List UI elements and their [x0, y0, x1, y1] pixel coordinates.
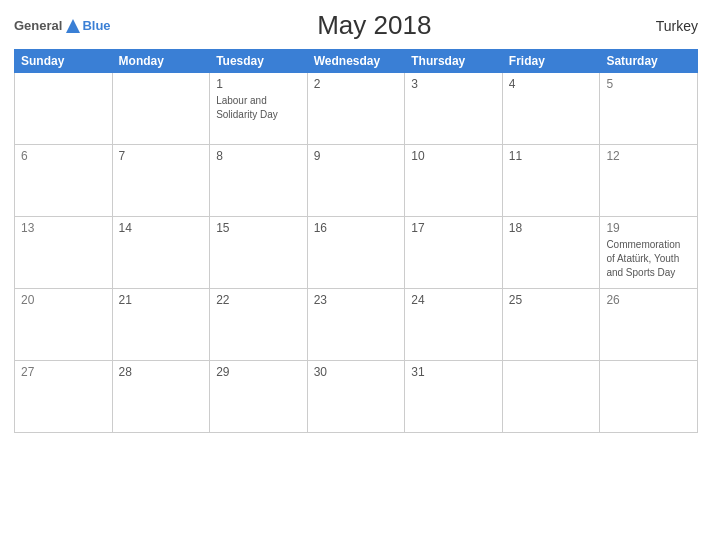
svg-marker-0: [66, 19, 80, 33]
day-number: 16: [314, 221, 399, 235]
table-row: 29: [210, 361, 308, 433]
table-row: 28: [112, 361, 210, 433]
table-row: [502, 361, 600, 433]
table-row: 8: [210, 145, 308, 217]
table-row: 4: [502, 73, 600, 145]
table-row: 14: [112, 217, 210, 289]
day-number: 3: [411, 77, 496, 91]
table-row: 15: [210, 217, 308, 289]
calendar-week-row: 6789101112: [15, 145, 698, 217]
day-number: 17: [411, 221, 496, 235]
day-number: 7: [119, 149, 204, 163]
day-number: 29: [216, 365, 301, 379]
calendar-header-row: Sunday Monday Tuesday Wednesday Thursday…: [15, 50, 698, 73]
day-number: 2: [314, 77, 399, 91]
month-title: May 2018: [111, 10, 638, 41]
col-monday: Monday: [112, 50, 210, 73]
table-row: 18: [502, 217, 600, 289]
day-number: 31: [411, 365, 496, 379]
calendar-week-row: 2728293031: [15, 361, 698, 433]
day-number: 8: [216, 149, 301, 163]
day-number: 27: [21, 365, 106, 379]
day-number: 6: [21, 149, 106, 163]
day-number: 30: [314, 365, 399, 379]
day-number: 14: [119, 221, 204, 235]
table-row: 25: [502, 289, 600, 361]
day-number: 21: [119, 293, 204, 307]
table-row: 2: [307, 73, 405, 145]
calendar-table: Sunday Monday Tuesday Wednesday Thursday…: [14, 49, 698, 433]
table-row: 11: [502, 145, 600, 217]
table-row: 19Commemoration of Atatürk, Youth and Sp…: [600, 217, 698, 289]
day-number: 24: [411, 293, 496, 307]
col-tuesday: Tuesday: [210, 50, 308, 73]
table-row: [600, 361, 698, 433]
logo-icon: [64, 17, 82, 35]
table-row: 5: [600, 73, 698, 145]
table-row: 20: [15, 289, 113, 361]
day-number: 28: [119, 365, 204, 379]
day-number: 11: [509, 149, 594, 163]
table-row: 3: [405, 73, 503, 145]
day-number: 15: [216, 221, 301, 235]
table-row: 6: [15, 145, 113, 217]
table-row: 12: [600, 145, 698, 217]
table-row: 9: [307, 145, 405, 217]
day-number: 9: [314, 149, 399, 163]
calendar-page: General Blue May 2018 Turkey Sunday Mond…: [0, 0, 712, 550]
table-row: 24: [405, 289, 503, 361]
table-row: [112, 73, 210, 145]
table-row: 23: [307, 289, 405, 361]
table-row: 16: [307, 217, 405, 289]
header: General Blue May 2018 Turkey: [14, 10, 698, 41]
day-number: 20: [21, 293, 106, 307]
day-number: 5: [606, 77, 691, 91]
day-event: Commemoration of Atatürk, Youth and Spor…: [606, 239, 680, 278]
logo-blue-text: Blue: [82, 18, 110, 33]
day-number: 22: [216, 293, 301, 307]
day-number: 26: [606, 293, 691, 307]
table-row: 10: [405, 145, 503, 217]
table-row: 30: [307, 361, 405, 433]
calendar-week-row: 20212223242526: [15, 289, 698, 361]
day-number: 12: [606, 149, 691, 163]
day-number: 19: [606, 221, 691, 235]
calendar-week-row: 1Labour and Solidarity Day2345: [15, 73, 698, 145]
day-number: 23: [314, 293, 399, 307]
col-friday: Friday: [502, 50, 600, 73]
day-number: 25: [509, 293, 594, 307]
table-row: 31: [405, 361, 503, 433]
col-thursday: Thursday: [405, 50, 503, 73]
table-row: 1Labour and Solidarity Day: [210, 73, 308, 145]
col-sunday: Sunday: [15, 50, 113, 73]
country-label: Turkey: [638, 18, 698, 34]
logo-general-text: General: [14, 18, 62, 33]
col-saturday: Saturday: [600, 50, 698, 73]
table-row: 22: [210, 289, 308, 361]
day-event: Labour and Solidarity Day: [216, 95, 278, 120]
table-row: 27: [15, 361, 113, 433]
day-number: 4: [509, 77, 594, 91]
logo: General Blue: [14, 17, 111, 35]
col-wednesday: Wednesday: [307, 50, 405, 73]
day-number: 18: [509, 221, 594, 235]
table-row: 21: [112, 289, 210, 361]
table-row: 26: [600, 289, 698, 361]
table-row: 17: [405, 217, 503, 289]
table-row: [15, 73, 113, 145]
table-row: 13: [15, 217, 113, 289]
calendar-week-row: 13141516171819Commemoration of Atatürk, …: [15, 217, 698, 289]
day-number: 13: [21, 221, 106, 235]
day-number: 1: [216, 77, 301, 91]
day-number: 10: [411, 149, 496, 163]
table-row: 7: [112, 145, 210, 217]
